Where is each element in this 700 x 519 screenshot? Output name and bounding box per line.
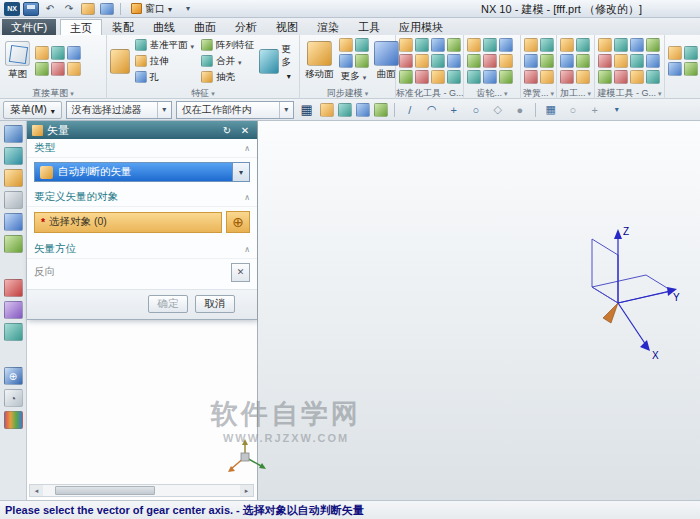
entire-assembly-icon[interactable] xyxy=(298,101,316,119)
redo-icon[interactable] xyxy=(61,2,77,16)
internet-explorer-icon[interactable] xyxy=(4,235,23,253)
assembly-navigator-icon[interactable] xyxy=(4,125,23,143)
group-label-synchronous[interactable]: 同步建模 xyxy=(300,87,395,99)
tool-icon[interactable] xyxy=(499,54,513,68)
tool-icon[interactable] xyxy=(630,70,644,84)
tool-icon[interactable] xyxy=(668,46,682,60)
tool-icon[interactable] xyxy=(35,46,49,60)
menu-tab-application[interactable]: 应用模块 xyxy=(390,19,452,35)
tool-icon[interactable] xyxy=(67,62,81,76)
tool-icon[interactable] xyxy=(598,38,612,52)
tool-icon[interactable] xyxy=(499,38,513,52)
scrollbar-thumb[interactable] xyxy=(55,486,155,495)
tool-icon[interactable] xyxy=(560,70,574,84)
menu-tab-assembly[interactable]: 装配 xyxy=(103,19,143,35)
panel-horizontal-scrollbar[interactable] xyxy=(29,484,254,497)
view-style-icon[interactable] xyxy=(542,101,560,119)
tool-icon[interactable] xyxy=(447,54,461,68)
tool-icon[interactable] xyxy=(51,46,65,60)
snap-point-icon[interactable] xyxy=(356,103,370,117)
vector-dialog-titlebar[interactable]: 矢量 xyxy=(27,121,257,139)
tool-icon[interactable] xyxy=(524,54,538,68)
tool-icon[interactable] xyxy=(630,54,644,68)
group-label-standard-tools[interactable]: 标准化工具 - G... xyxy=(396,87,463,99)
tool-icon[interactable] xyxy=(339,38,353,52)
menu-tab-home[interactable]: 主页 xyxy=(60,19,102,35)
tool-icon[interactable] xyxy=(576,70,590,84)
edge-blend-icon[interactable] xyxy=(259,49,279,74)
toolbar-overflow-dropdown[interactable] xyxy=(608,101,626,119)
tool-icon[interactable] xyxy=(51,62,65,76)
system-materials-icon[interactable] xyxy=(4,301,23,319)
process-studio-icon[interactable] xyxy=(4,323,23,341)
select-object-field[interactable]: * 选择对象 (0) xyxy=(34,212,222,233)
paste-icon[interactable] xyxy=(100,3,114,15)
datum-csys-icon[interactable] xyxy=(110,49,130,74)
shell-button[interactable]: 抽壳 xyxy=(199,70,256,85)
tool-icon[interactable] xyxy=(415,38,429,52)
pan-view-icon[interactable] xyxy=(586,101,604,119)
tool-icon[interactable] xyxy=(668,62,682,76)
tool-icon[interactable] xyxy=(467,70,481,84)
rotate-view-icon[interactable] xyxy=(564,101,582,119)
tool-icon[interactable] xyxy=(540,70,554,84)
tool-icon[interactable] xyxy=(339,54,353,68)
objects-section-header[interactable]: 要定义矢量的对象 xyxy=(27,188,257,207)
point-snap-icon[interactable] xyxy=(445,101,463,119)
menu-tab-analysis[interactable]: 分析 xyxy=(226,19,266,35)
tool-icon[interactable] xyxy=(467,38,481,52)
menu-tab-surface[interactable]: 曲面 xyxy=(185,19,225,35)
snap-point-icon[interactable] xyxy=(374,103,388,117)
unite-button[interactable]: 合并 xyxy=(199,54,256,69)
group-label-feature[interactable]: 特征 xyxy=(107,87,299,99)
circle-snap-icon[interactable] xyxy=(467,101,485,119)
window-menu-button[interactable]: 窗口 xyxy=(126,1,177,16)
datum-plane-button[interactable]: 基准平面 xyxy=(133,38,197,53)
tool-icon[interactable] xyxy=(35,62,49,76)
selection-filter-combo[interactable]: 没有选择过滤器 xyxy=(66,101,172,119)
move-face-button[interactable]: 移动面 xyxy=(303,40,336,82)
undo-icon[interactable] xyxy=(42,2,58,16)
sync-more-button[interactable]: 更多 xyxy=(339,69,369,84)
tool-icon[interactable] xyxy=(614,70,628,84)
tool-icon[interactable] xyxy=(483,54,497,68)
snap-point-icon[interactable] xyxy=(320,103,334,117)
part-navigator-icon[interactable] xyxy=(4,169,23,187)
view-triad[interactable] xyxy=(224,436,270,482)
tool-icon[interactable] xyxy=(447,38,461,52)
tool-icon[interactable] xyxy=(399,70,413,84)
tool-icon[interactable] xyxy=(524,70,538,84)
palette-icon[interactable] xyxy=(4,411,23,429)
hole-button[interactable]: 孔 xyxy=(133,70,197,85)
tool-icon[interactable] xyxy=(614,54,628,68)
tool-icon[interactable] xyxy=(646,54,660,68)
ok-button[interactable]: 确定 xyxy=(148,295,188,313)
pattern-feature-button[interactable]: 阵列特征 xyxy=(199,38,256,53)
group-label-machining[interactable]: 加工... xyxy=(557,87,594,99)
line-snap-icon[interactable] xyxy=(401,101,419,119)
tool-icon[interactable] xyxy=(467,54,481,68)
save-icon[interactable] xyxy=(23,2,39,16)
menu-tab-curve[interactable]: 曲线 xyxy=(144,19,184,35)
history-icon[interactable] xyxy=(4,389,23,407)
menu-tab-render[interactable]: 渲染 xyxy=(308,19,348,35)
cut-icon[interactable] xyxy=(81,3,95,15)
tool-icon[interactable] xyxy=(540,38,554,52)
tool-icon[interactable] xyxy=(431,54,445,68)
tool-icon[interactable] xyxy=(399,38,413,52)
tool-icon[interactable] xyxy=(598,54,612,68)
tool-icon[interactable] xyxy=(598,70,612,84)
roles-icon[interactable] xyxy=(4,279,23,297)
tool-icon[interactable] xyxy=(355,54,369,68)
endpoint-snap-icon[interactable] xyxy=(511,101,529,119)
arc-snap-icon[interactable] xyxy=(423,101,441,119)
cancel-button[interactable]: 取消 xyxy=(195,295,235,313)
group-label-modeling-tools[interactable]: 建模工具 - G... xyxy=(595,87,664,99)
tool-icon[interactable] xyxy=(576,54,590,68)
tool-icon[interactable] xyxy=(540,54,554,68)
extrude-button[interactable]: 拉伸 xyxy=(133,54,197,69)
menu-tab-file[interactable]: 文件(F) xyxy=(2,19,56,35)
group-label-spring[interactable]: 弹簧... xyxy=(521,87,556,99)
tool-icon[interactable] xyxy=(499,70,513,84)
quick-access-dropdown[interactable] xyxy=(180,2,196,16)
